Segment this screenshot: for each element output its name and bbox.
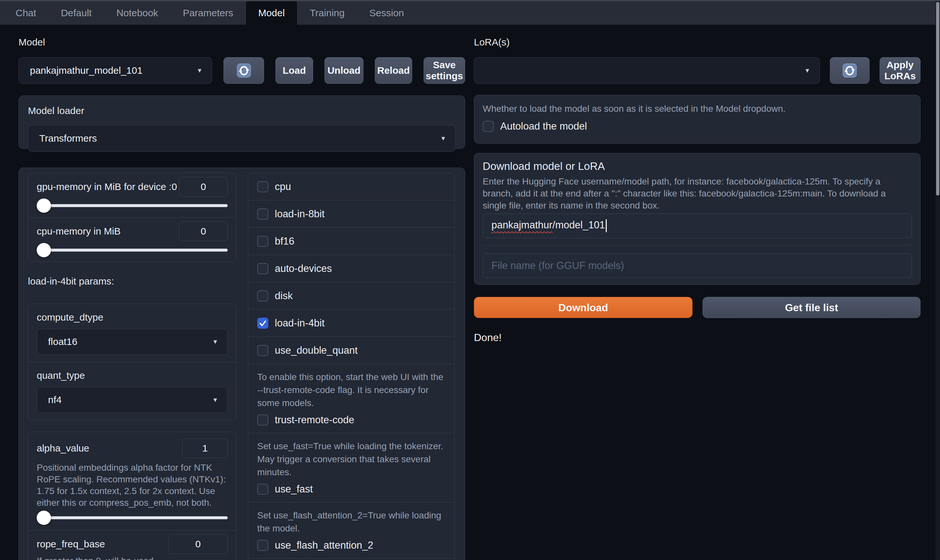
scrollbar-thumb[interactable]	[936, 2, 939, 195]
download-button[interactable]: Download	[474, 297, 692, 318]
alpha-value-input[interactable]: 1	[182, 438, 228, 458]
divider	[483, 245, 912, 246]
quant-type-dropdown[interactable]: nf4 ▾	[37, 387, 228, 413]
load-in-8bit-label: load-in-8bit	[275, 208, 325, 220]
cpu-checkbox[interactable]	[257, 181, 268, 192]
load-in-4bit-params-label: load-in-4bit params:	[28, 276, 237, 288]
slider-thumb[interactable]	[37, 198, 51, 213]
gpu-memory-field: gpu-memory in MiB for device :0 0	[28, 173, 236, 217]
trust-remote-code-label: trust-remote-code	[275, 414, 354, 426]
flag-block-trust-remote-code: To enable this option, start the web UI …	[248, 364, 454, 433]
flag-row-auto-devices[interactable]: auto-devices	[248, 255, 454, 282]
slider-track	[37, 517, 228, 519]
flag-row-load-in-4bit[interactable]: load-in-4bit	[248, 309, 454, 337]
model-loader-panel: Model loader Transformers ▾	[18, 95, 465, 149]
alpha-value-box: alpha_value 1 Positional embeddings alph…	[28, 432, 237, 560]
load-in-8bit-checkbox[interactable]	[257, 209, 268, 220]
lora-dropdown[interactable]: ▾	[474, 57, 820, 84]
quant-type-label: quant_type	[37, 369, 228, 382]
rope-freq-base-description: If greater than 0, will be used	[37, 555, 228, 560]
chevron-down-icon: ▾	[442, 134, 445, 143]
rope-freq-base-input[interactable]: 0	[168, 534, 228, 554]
slider-track	[37, 249, 228, 252]
gpu-memory-slider[interactable]	[37, 198, 228, 213]
refresh-icon	[842, 63, 857, 78]
autoload-description: Whether to load the model as soon as it …	[483, 103, 912, 115]
save-settings-button[interactable]: Save settings	[423, 57, 465, 84]
disk-label: disk	[275, 290, 293, 302]
quant-type-value: nf4	[48, 394, 62, 405]
gguf-filename-input[interactable]: File name (for GGUF models)	[483, 253, 912, 278]
tab-training[interactable]: Training	[297, 1, 357, 25]
lora-refresh-button[interactable]	[830, 57, 869, 84]
4bit-params-box: compute_dtype float16 ▾ quant_type nf4 ▾	[28, 304, 237, 420]
model-dropdown[interactable]: pankajmathur_model_101 ▾	[18, 57, 212, 84]
autoload-checkbox[interactable]	[483, 121, 494, 132]
auto-devices-checkbox[interactable]	[257, 263, 268, 274]
download-status: Done!	[474, 332, 920, 344]
flag-row-use_fast[interactable]: use_fast	[257, 483, 445, 495]
model-tab-page: ChatDefaultNotebookParametersModelTraini…	[0, 0, 940, 560]
trust-remote-code-checkbox[interactable]	[257, 414, 268, 426]
compute-dtype-dropdown[interactable]: float16 ▾	[37, 329, 228, 355]
quant-type-field: quant_type nf4 ▾	[28, 362, 236, 420]
gpu-memory-input[interactable]: 0	[179, 177, 228, 197]
chevron-down-icon: ▾	[198, 66, 202, 75]
cpu-memory-input[interactable]: 0	[179, 222, 228, 241]
model-dropdown-value: pankajmathur_model_101	[30, 65, 143, 76]
lora-section-label: LoRA(s)	[474, 35, 920, 49]
use_fast-checkbox[interactable]	[257, 484, 268, 495]
autoload-label: Autoload the model	[500, 120, 587, 132]
load-in-4bit-checkbox[interactable]	[257, 318, 268, 329]
model-path-input[interactable]: pankajmathur/model_101	[483, 214, 912, 238]
unload-button[interactable]: Unload	[325, 57, 363, 84]
model-loader-label: Model loader	[28, 104, 456, 118]
tab-chat[interactable]: Chat	[3, 1, 48, 25]
model-section-label: Model	[18, 35, 465, 49]
tab-notebook[interactable]: Notebook	[104, 1, 170, 25]
slider-thumb[interactable]	[37, 511, 51, 525]
use_flash_attention_2-checkbox[interactable]	[257, 540, 268, 551]
tab-parameters[interactable]: Parameters	[171, 1, 246, 25]
reload-button[interactable]: Reload	[375, 57, 412, 84]
tab-default[interactable]: Default	[48, 1, 104, 25]
model-path-misspelled: pankajmathur	[491, 219, 552, 231]
autoload-panel: Whether to load the model as soon as it …	[474, 95, 920, 143]
model-loader-dropdown[interactable]: Transformers ▾	[28, 125, 456, 152]
apply-loras-button[interactable]: Apply LoRAs	[880, 57, 920, 84]
cpu-memory-slider[interactable]	[37, 243, 228, 257]
tab-model[interactable]: Model	[246, 1, 297, 25]
rope-freq-base-field: rope_freq_base 0 If greater than 0, will…	[37, 531, 228, 560]
refresh-icon	[237, 63, 251, 78]
bf16-checkbox[interactable]	[257, 236, 268, 247]
use_flash_attention_2-description: Set use_flash_attention_2=True while loa…	[257, 509, 445, 535]
flag-row-use_double_quant[interactable]: use_double_quant	[248, 337, 454, 364]
chevron-down-icon: ▾	[214, 395, 217, 404]
flag-row-load-in-8bit[interactable]: load-in-8bit	[248, 200, 454, 228]
flag-row-use_flash_attention_2[interactable]: use_flash_attention_2	[257, 540, 445, 551]
get-file-list-button[interactable]: Get file list	[703, 297, 920, 318]
load-button[interactable]: Load	[275, 57, 313, 84]
memory-sliders-box: gpu-memory in MiB for device :0 0 cpu-me…	[28, 173, 237, 262]
slider-thumb[interactable]	[37, 243, 51, 257]
lora-controls-row: ▾ Apply LoRAs	[474, 57, 920, 84]
cpu-memory-label: cpu-memory in MiB	[37, 226, 120, 237]
sliders-column: gpu-memory in MiB for device :0 0 cpu-me…	[28, 173, 237, 560]
use_double_quant-checkbox[interactable]	[257, 345, 268, 356]
disk-checkbox[interactable]	[257, 291, 268, 302]
flag-row-disk[interactable]: disk	[248, 282, 454, 309]
flag-row-bf16[interactable]: bf16	[248, 228, 454, 255]
model-refresh-button[interactable]	[223, 57, 264, 84]
compute-dtype-field: compute_dtype float16 ▾	[28, 304, 236, 362]
alpha-value-slider[interactable]	[37, 511, 228, 525]
download-title: Download model or LoRA	[483, 159, 912, 174]
tab-session[interactable]: Session	[357, 1, 416, 25]
load-in-4bit-label: load-in-4bit	[275, 317, 325, 329]
bf16-label: bf16	[275, 235, 294, 247]
loader-params-panel: gpu-memory in MiB for device :0 0 cpu-me…	[18, 168, 465, 560]
flag-row-trust-remote-code[interactable]: trust-remote-code	[257, 414, 445, 426]
gpu-memory-label: gpu-memory in MiB for device :0	[37, 181, 177, 192]
model-loader-value: Transformers	[39, 133, 97, 144]
page-scrollbar	[935, 1, 940, 560]
flag-row-cpu[interactable]: cpu	[248, 173, 454, 200]
